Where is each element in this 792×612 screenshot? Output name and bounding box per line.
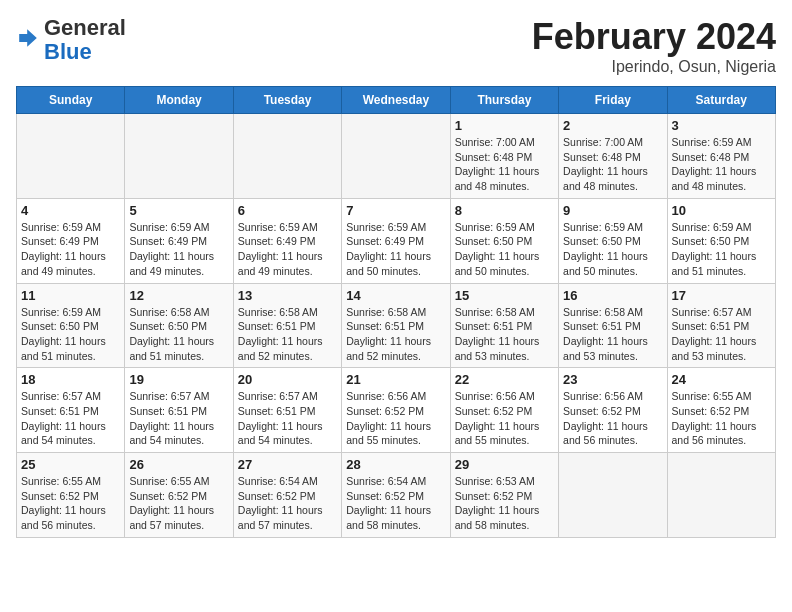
calendar-table: SundayMondayTuesdayWednesdayThursdayFrid… — [16, 86, 776, 538]
day-info: Sunrise: 7:00 AM Sunset: 6:48 PM Dayligh… — [563, 135, 662, 194]
calendar-cell: 13Sunrise: 6:58 AM Sunset: 6:51 PM Dayli… — [233, 283, 341, 368]
weekday-header-tuesday: Tuesday — [233, 87, 341, 114]
day-number: 21 — [346, 372, 445, 387]
calendar-cell: 19Sunrise: 6:57 AM Sunset: 6:51 PM Dayli… — [125, 368, 233, 453]
day-number: 10 — [672, 203, 771, 218]
day-number: 6 — [238, 203, 337, 218]
page-header: General Blue February 2024 Iperindo, Osu… — [16, 16, 776, 76]
day-info: Sunrise: 6:57 AM Sunset: 6:51 PM Dayligh… — [129, 389, 228, 448]
calendar-cell — [233, 114, 341, 199]
day-number: 19 — [129, 372, 228, 387]
day-info: Sunrise: 6:56 AM Sunset: 6:52 PM Dayligh… — [455, 389, 554, 448]
logo: General Blue — [16, 16, 126, 64]
calendar-cell — [667, 453, 775, 538]
day-info: Sunrise: 6:55 AM Sunset: 6:52 PM Dayligh… — [672, 389, 771, 448]
day-number: 17 — [672, 288, 771, 303]
day-info: Sunrise: 6:59 AM Sunset: 6:50 PM Dayligh… — [455, 220, 554, 279]
calendar-cell: 11Sunrise: 6:59 AM Sunset: 6:50 PM Dayli… — [17, 283, 125, 368]
day-info: Sunrise: 6:58 AM Sunset: 6:51 PM Dayligh… — [455, 305, 554, 364]
calendar-cell: 1Sunrise: 7:00 AM Sunset: 6:48 PM Daylig… — [450, 114, 558, 199]
calendar-cell: 5Sunrise: 6:59 AM Sunset: 6:49 PM Daylig… — [125, 198, 233, 283]
weekday-header-saturday: Saturday — [667, 87, 775, 114]
calendar-cell: 6Sunrise: 6:59 AM Sunset: 6:49 PM Daylig… — [233, 198, 341, 283]
calendar-cell: 17Sunrise: 6:57 AM Sunset: 6:51 PM Dayli… — [667, 283, 775, 368]
day-number: 23 — [563, 372, 662, 387]
calendar-cell — [17, 114, 125, 199]
day-number: 25 — [21, 457, 120, 472]
day-info: Sunrise: 6:58 AM Sunset: 6:51 PM Dayligh… — [563, 305, 662, 364]
calendar-cell: 27Sunrise: 6:54 AM Sunset: 6:52 PM Dayli… — [233, 453, 341, 538]
day-number: 20 — [238, 372, 337, 387]
calendar-cell — [559, 453, 667, 538]
calendar-cell: 15Sunrise: 6:58 AM Sunset: 6:51 PM Dayli… — [450, 283, 558, 368]
calendar-cell: 28Sunrise: 6:54 AM Sunset: 6:52 PM Dayli… — [342, 453, 450, 538]
title-block: February 2024 Iperindo, Osun, Nigeria — [532, 16, 776, 76]
day-info: Sunrise: 6:57 AM Sunset: 6:51 PM Dayligh… — [672, 305, 771, 364]
day-info: Sunrise: 6:59 AM Sunset: 6:50 PM Dayligh… — [672, 220, 771, 279]
day-number: 13 — [238, 288, 337, 303]
day-info: Sunrise: 6:58 AM Sunset: 6:50 PM Dayligh… — [129, 305, 228, 364]
day-info: Sunrise: 6:59 AM Sunset: 6:50 PM Dayligh… — [21, 305, 120, 364]
calendar-cell: 12Sunrise: 6:58 AM Sunset: 6:50 PM Dayli… — [125, 283, 233, 368]
day-info: Sunrise: 7:00 AM Sunset: 6:48 PM Dayligh… — [455, 135, 554, 194]
day-number: 15 — [455, 288, 554, 303]
day-info: Sunrise: 6:57 AM Sunset: 6:51 PM Dayligh… — [238, 389, 337, 448]
logo-general-text: General — [44, 15, 126, 40]
calendar-week-4: 18Sunrise: 6:57 AM Sunset: 6:51 PM Dayli… — [17, 368, 776, 453]
day-number: 3 — [672, 118, 771, 133]
day-info: Sunrise: 6:58 AM Sunset: 6:51 PM Dayligh… — [238, 305, 337, 364]
calendar-cell: 16Sunrise: 6:58 AM Sunset: 6:51 PM Dayli… — [559, 283, 667, 368]
calendar-cell: 10Sunrise: 6:59 AM Sunset: 6:50 PM Dayli… — [667, 198, 775, 283]
svg-marker-0 — [19, 29, 37, 47]
calendar-cell: 3Sunrise: 6:59 AM Sunset: 6:48 PM Daylig… — [667, 114, 775, 199]
calendar-cell: 26Sunrise: 6:55 AM Sunset: 6:52 PM Dayli… — [125, 453, 233, 538]
weekday-header-wednesday: Wednesday — [342, 87, 450, 114]
day-number: 22 — [455, 372, 554, 387]
day-info: Sunrise: 6:59 AM Sunset: 6:49 PM Dayligh… — [346, 220, 445, 279]
weekday-header-monday: Monday — [125, 87, 233, 114]
day-info: Sunrise: 6:59 AM Sunset: 6:48 PM Dayligh… — [672, 135, 771, 194]
month-year-title: February 2024 — [532, 16, 776, 58]
calendar-week-2: 4Sunrise: 6:59 AM Sunset: 6:49 PM Daylig… — [17, 198, 776, 283]
calendar-cell: 24Sunrise: 6:55 AM Sunset: 6:52 PM Dayli… — [667, 368, 775, 453]
day-number: 1 — [455, 118, 554, 133]
day-info: Sunrise: 6:54 AM Sunset: 6:52 PM Dayligh… — [238, 474, 337, 533]
day-info: Sunrise: 6:58 AM Sunset: 6:51 PM Dayligh… — [346, 305, 445, 364]
calendar-cell — [342, 114, 450, 199]
calendar-cell: 4Sunrise: 6:59 AM Sunset: 6:49 PM Daylig… — [17, 198, 125, 283]
day-number: 12 — [129, 288, 228, 303]
logo-icon — [16, 26, 40, 50]
calendar-cell: 21Sunrise: 6:56 AM Sunset: 6:52 PM Dayli… — [342, 368, 450, 453]
day-info: Sunrise: 6:59 AM Sunset: 6:49 PM Dayligh… — [21, 220, 120, 279]
weekday-header-thursday: Thursday — [450, 87, 558, 114]
day-number: 14 — [346, 288, 445, 303]
day-number: 8 — [455, 203, 554, 218]
day-info: Sunrise: 6:54 AM Sunset: 6:52 PM Dayligh… — [346, 474, 445, 533]
calendar-week-5: 25Sunrise: 6:55 AM Sunset: 6:52 PM Dayli… — [17, 453, 776, 538]
day-number: 2 — [563, 118, 662, 133]
calendar-cell: 14Sunrise: 6:58 AM Sunset: 6:51 PM Dayli… — [342, 283, 450, 368]
day-info: Sunrise: 6:59 AM Sunset: 6:50 PM Dayligh… — [563, 220, 662, 279]
day-number: 27 — [238, 457, 337, 472]
calendar-cell: 23Sunrise: 6:56 AM Sunset: 6:52 PM Dayli… — [559, 368, 667, 453]
day-number: 5 — [129, 203, 228, 218]
day-number: 29 — [455, 457, 554, 472]
logo-blue-text: Blue — [44, 39, 92, 64]
calendar-cell: 9Sunrise: 6:59 AM Sunset: 6:50 PM Daylig… — [559, 198, 667, 283]
day-number: 26 — [129, 457, 228, 472]
calendar-cell — [125, 114, 233, 199]
day-number: 11 — [21, 288, 120, 303]
calendar-cell: 8Sunrise: 6:59 AM Sunset: 6:50 PM Daylig… — [450, 198, 558, 283]
day-info: Sunrise: 6:55 AM Sunset: 6:52 PM Dayligh… — [129, 474, 228, 533]
day-number: 9 — [563, 203, 662, 218]
day-number: 18 — [21, 372, 120, 387]
day-number: 28 — [346, 457, 445, 472]
calendar-cell: 22Sunrise: 6:56 AM Sunset: 6:52 PM Dayli… — [450, 368, 558, 453]
day-info: Sunrise: 6:56 AM Sunset: 6:52 PM Dayligh… — [346, 389, 445, 448]
weekday-header-row: SundayMondayTuesdayWednesdayThursdayFrid… — [17, 87, 776, 114]
location-subtitle: Iperindo, Osun, Nigeria — [532, 58, 776, 76]
day-number: 4 — [21, 203, 120, 218]
calendar-cell: 7Sunrise: 6:59 AM Sunset: 6:49 PM Daylig… — [342, 198, 450, 283]
weekday-header-friday: Friday — [559, 87, 667, 114]
day-info: Sunrise: 6:55 AM Sunset: 6:52 PM Dayligh… — [21, 474, 120, 533]
